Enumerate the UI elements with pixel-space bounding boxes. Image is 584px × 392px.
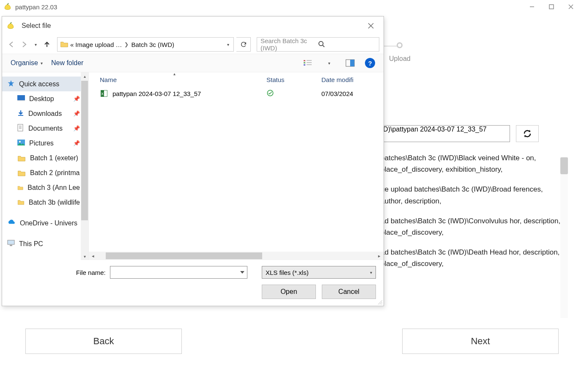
breadcrumb-seg[interactable]: Batch 3c (IWD) [131,41,174,48]
pictures-icon [17,140,25,147]
step-dot [397,42,403,48]
svg-point-6 [319,41,323,46]
dialog-title: Select file [22,22,362,30]
nav-up-button[interactable] [42,39,52,49]
upload-step: Upload [389,42,411,63]
folder-icon [17,155,26,162]
breadcrumb-refresh-button[interactable] [236,37,251,52]
svg-rect-9 [304,62,305,63]
open-button[interactable]: Open [262,285,316,299]
documents-icon [17,124,24,133]
breadcrumb-prefix: « [70,41,74,48]
sidebar: Quick access Desktop 📌 Downloads 📌 Docum… [2,72,88,260]
column-status[interactable]: Status [266,76,321,83]
chevron-right-icon: ❯ [123,41,129,47]
sidebar-item-pictures[interactable]: Pictures 📌 [2,136,88,151]
pin-icon: 📌 [73,125,80,132]
minimize-button[interactable] [522,0,542,13]
svg-rect-16 [17,95,25,100]
folder-icon [17,184,23,191]
pc-icon [7,240,15,248]
search-input[interactable]: Search Batch 3c (IWD) [257,37,379,52]
breadcrumb-seg[interactable]: Image upload … [75,41,122,48]
chevron-down-icon: ▾ [370,270,372,275]
search-icon [318,41,376,49]
sidebar-item-quick-access[interactable]: Quick access [2,77,88,91]
selected-file-path-field[interactable]: WD)\pattypan 2024-03-07 12_33_57 [372,125,510,142]
column-date[interactable]: Date modifi [321,76,384,83]
folder-icon [17,170,26,176]
sidebar-item-batch1[interactable]: Batch 1 (exeter) [2,151,88,165]
pattypan-icon [3,3,12,11]
app-title: pattypan 22.03 [15,3,522,11]
dialog-close-button[interactable] [362,17,379,34]
svg-line-7 [323,45,324,47]
sidebar-item-onedrive[interactable]: OneDrive - Univers [2,216,88,230]
file-list-hscrollbar[interactable]: ◂ ▸ [89,252,384,260]
resize-grip[interactable] [377,299,383,305]
sidebar-item-documents[interactable]: Documents 📌 [2,121,88,136]
sidebar-item-downloads[interactable]: Downloads 📌 [2,106,88,121]
pin-icon: 📌 [73,110,80,117]
svg-rect-26 [10,245,12,246]
file-type-filter[interactable]: XLS files (*.xls) ▾ [262,266,376,279]
view-options-button[interactable] [302,57,314,69]
sidebar-item-batch3b[interactable]: Batch 3b (wildlife [2,195,88,210]
nav-forward-button[interactable] [19,39,29,49]
xls-file-icon: X [100,89,108,98]
svg-point-24 [19,141,21,143]
next-button[interactable]: Next [402,329,559,354]
svg-rect-15 [350,60,354,66]
preview-pane-button[interactable] [344,57,356,69]
svg-rect-1 [549,5,554,9]
svg-line-33 [381,304,382,304]
sidebar-item-this-pc[interactable]: This PC [2,236,88,251]
file-open-dialog: Select file ▾ « Image upload … ❯ Batch 3… [2,16,384,306]
view-dropdown[interactable]: ▾ [323,57,335,69]
file-date: 07/03/2024 [321,90,384,97]
sidebar-item-batch2[interactable]: Batch 2 (printma [2,165,88,180]
column-name[interactable]: Name [89,76,266,83]
svg-rect-17 [17,100,25,101]
desktop-icon [17,95,25,103]
nav-history-dropdown[interactable]: ▾ [32,39,39,49]
help-button[interactable]: ? [365,58,375,68]
sort-caret-icon: ▴ [173,71,175,76]
folder-icon [60,41,69,48]
file-row[interactable]: X pattypan 2024-03-07 12_33_57 07/03/202… [89,85,384,102]
folder-icon [17,199,25,206]
sidebar-item-desktop[interactable]: Desktop 📌 [2,91,88,106]
content-scrollbar[interactable] [560,157,568,318]
file-list-header[interactable]: ▴ Name Status Date modifi [89,72,384,85]
close-button[interactable] [561,0,581,13]
upload-step-label: Upload [389,55,411,63]
refresh-button[interactable] [516,125,539,142]
sync-status-icon [266,89,321,98]
back-button[interactable]: Back [25,329,182,354]
pattypan-icon [6,22,15,30]
maximize-button[interactable] [542,0,561,13]
svg-rect-19 [18,124,23,131]
breadcrumb[interactable]: « Image upload … ❯ Batch 3c (IWD) ▾ [57,37,234,52]
sidebar-item-batch3[interactable]: Batch 3 (Ann Lee [2,180,88,195]
svg-text:X: X [101,92,104,96]
pin-icon: 📌 [73,96,80,102]
star-icon [7,79,15,89]
onedrive-icon [7,219,16,227]
svg-rect-10 [304,64,305,66]
svg-rect-8 [304,60,305,61]
pin-icon: 📌 [73,140,80,146]
nav-back-button[interactable] [6,39,16,49]
file-list: ▴ Name Status Date modifi X pattypan 202… [88,72,384,260]
svg-rect-25 [8,240,14,244]
sidebar-scrollbar[interactable]: ▴ ▾ [81,72,88,260]
download-icon [17,110,24,118]
new-folder-button[interactable]: New folder [51,59,83,67]
file-name-input[interactable] [110,266,247,279]
cancel-button[interactable]: Cancel [322,285,376,299]
app-titlebar: pattypan 22.03 [0,0,584,14]
breadcrumb-dropdown[interactable]: ▾ [227,42,231,47]
file-name: pattypan 2024-03-07 12_33_57 [112,90,201,97]
organise-button[interactable]: Organise▾ [11,59,43,67]
file-name-label: File name: [10,269,106,276]
